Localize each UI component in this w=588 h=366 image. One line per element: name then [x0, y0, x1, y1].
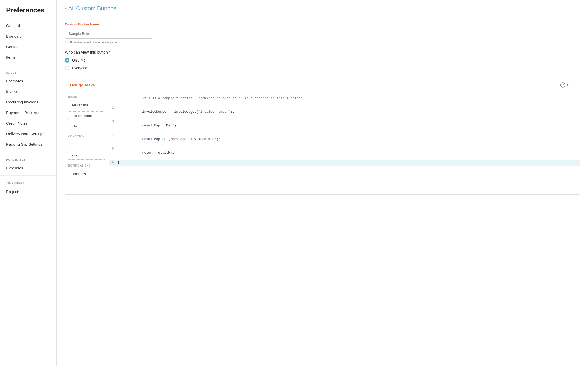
form-area: Custom Button Name It will be shown in I…: [57, 16, 588, 76]
block-info[interactable]: info: [68, 122, 105, 130]
notifications-section: NOTIFICATIONS send sms: [68, 164, 105, 178]
sidebar-item-branding[interactable]: Branding: [0, 31, 56, 41]
deluge-tasks-panel: Deluge Tasks ? Help BASIC set variable a…: [65, 79, 580, 195]
line-content-2: invoiceNumber = invoice.get("invoice_num…: [118, 106, 580, 118]
sidebar-item-estimates[interactable]: Estimates: [0, 76, 56, 86]
line-num-6: 6: [109, 160, 118, 164]
block-send-sms[interactable]: send sms: [68, 170, 105, 178]
help-button[interactable]: ? Help: [560, 82, 574, 88]
sidebar-item-credit-notes[interactable]: Credit Notes: [0, 118, 56, 128]
notifications-section-label: NOTIFICATIONS: [68, 164, 105, 167]
line-num-5: 5: [109, 146, 118, 151]
sidebar-item-invoices[interactable]: Invoices: [0, 86, 56, 97]
sidebar-item-projects[interactable]: Projects: [0, 186, 56, 197]
basic-section: BASIC set variable add comment info: [68, 95, 105, 130]
radio-only-me-indicator: [65, 58, 69, 63]
code-line-2: 2 invoiceNumber = invoice.get("invoice_n…: [109, 105, 580, 119]
code-line-5: 5 return resultMap;: [109, 146, 580, 160]
basic-section-label: BASIC: [68, 95, 105, 98]
custom-button-name-input[interactable]: [65, 29, 152, 39]
page-header: ‹ All Custom Buttons: [57, 0, 588, 16]
line-num-2: 2: [109, 106, 118, 110]
back-link[interactable]: ‹ All Custom Buttons: [65, 5, 580, 12]
blocks-sidebar: BASIC set variable add comment info COND…: [65, 91, 109, 194]
radio-everyone-indicator: [65, 66, 69, 70]
radio-everyone[interactable]: Everyone: [65, 66, 580, 70]
text-cursor: [118, 161, 119, 164]
sidebar-section-sales: SALES: [0, 67, 56, 76]
condition-section: CONDITION if else: [68, 135, 105, 160]
help-label: Help: [567, 83, 574, 87]
back-label: All Custom Buttons: [68, 5, 116, 12]
line-content-1: This is a sample function. Uncomment to …: [118, 92, 580, 104]
radio-only-me-label: Only Me: [72, 58, 85, 62]
deluge-title: Deluge Tasks: [70, 83, 95, 87]
line-content-4: resultMap.put("message",invoiceNumber);: [118, 133, 580, 145]
block-set-variable[interactable]: set variable: [68, 101, 105, 109]
sidebar-item-items[interactable]: Items: [0, 52, 56, 63]
condition-section-label: CONDITION: [68, 135, 105, 138]
sidebar-item-contacts[interactable]: Contacts: [0, 41, 56, 52]
back-chevron-icon: ‹: [65, 5, 67, 12]
sidebar-item-recurring-invoices[interactable]: Recurring Invoices: [0, 97, 56, 107]
radio-everyone-label: Everyone: [72, 66, 87, 70]
block-else[interactable]: else: [68, 151, 105, 160]
radio-only-me[interactable]: Only Me: [65, 58, 580, 63]
sidebar-section-timesheet: TIMESHEET: [0, 178, 56, 186]
block-add-comment[interactable]: add comment: [68, 111, 105, 120]
block-if[interactable]: if: [68, 141, 105, 149]
sidebar-item-packing-slip[interactable]: Packing Slip Settings: [0, 139, 56, 150]
sidebar-section-purchases: PURCHASES: [0, 154, 56, 163]
sidebar-title: Preferences: [0, 6, 56, 20]
line-num-3: 3: [109, 119, 118, 123]
sidebar-item-general[interactable]: General: [0, 20, 56, 31]
sidebar-item-delivery-note[interactable]: Delivery Note Settings: [0, 128, 56, 139]
visibility-radio-group: Only Me Everyone: [65, 58, 580, 70]
line-content-6: [118, 160, 580, 165]
deluge-header: Deluge Tasks ? Help: [65, 79, 580, 91]
hint-text: It will be shown in Invoice details page: [65, 41, 580, 44]
line-content-5: return resultMap;: [118, 146, 580, 159]
field-label-custom-button-name: Custom Button Name: [65, 22, 580, 26]
line-num-1: 1: [109, 92, 118, 96]
code-line-3: 3 resultMap = Map();: [109, 119, 580, 132]
code-editor[interactable]: 1 This is a sample function. Uncomment t…: [109, 91, 580, 194]
code-line-1: 1 This is a sample function. Uncomment t…: [109, 91, 580, 105]
help-icon: ?: [560, 82, 565, 88]
sidebar-item-expenses[interactable]: Expenses: [0, 163, 56, 173]
sidebar-item-payments-received[interactable]: Payments Received: [0, 107, 56, 118]
main-content: ‹ All Custom Buttons Custom Button Name …: [57, 0, 588, 366]
who-can-view-label: Who can view this button?: [65, 50, 580, 54]
code-line-4: 4 resultMap.put("message",invoiceNumber)…: [109, 132, 580, 146]
line-num-4: 4: [109, 133, 118, 137]
sidebar: Preferences General Branding Contacts It…: [0, 0, 57, 366]
deluge-body: BASIC set variable add comment info COND…: [65, 91, 580, 194]
line-content-3: resultMap = Map();: [118, 119, 580, 132]
code-line-6: 6: [109, 160, 580, 166]
